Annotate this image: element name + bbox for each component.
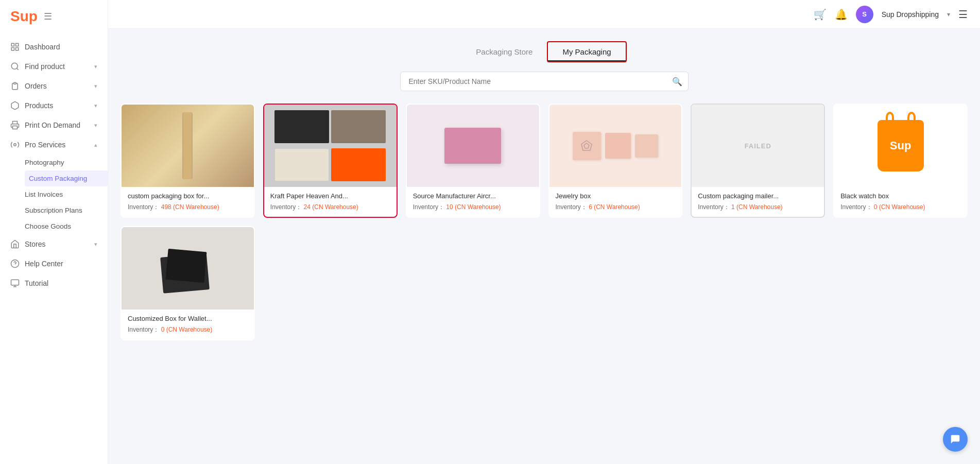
sidebar-item-dashboard[interactable]: Dashboard bbox=[0, 37, 108, 57]
sidebar-label-tutorial: Tutorial bbox=[25, 279, 48, 287]
product-inventory: Inventory： 24 (CN Warehouse) bbox=[270, 203, 390, 212]
product-grid: custom packaging box for... Inventory： 4… bbox=[121, 104, 968, 340]
inventory-label: Inventory： bbox=[128, 203, 159, 211]
product-image bbox=[264, 105, 397, 187]
tab-my-packaging[interactable]: My Packaging bbox=[547, 41, 626, 62]
chat-bubble[interactable] bbox=[943, 427, 968, 452]
svg-rect-15 bbox=[183, 112, 192, 179]
product-card[interactable]: Source Manufacturer Aircr... Inventory： … bbox=[406, 104, 540, 218]
search-icon: 🔍 bbox=[672, 77, 682, 87]
chevron-down-icon[interactable]: ▾ bbox=[947, 11, 950, 18]
inventory-label: Inventory： bbox=[413, 203, 444, 211]
product-image: Sup bbox=[834, 105, 967, 187]
product-name: custom packaging box for... bbox=[128, 192, 248, 200]
chevron-down-icon: ▾ bbox=[94, 122, 97, 129]
tutorial-icon bbox=[10, 279, 20, 288]
sidebar-label-dashboard: Dashboard bbox=[25, 43, 60, 51]
inventory-count: 498 (CN Warehouse) bbox=[161, 203, 219, 211]
product-card[interactable]: custom packaging box for... Inventory： 4… bbox=[121, 104, 255, 218]
sidebar-item-list-invoices[interactable]: List Invoices bbox=[25, 186, 108, 202]
sidebar-item-products[interactable]: Products ▾ bbox=[0, 96, 108, 115]
product-card[interactable]: Kraft Paper Heaven And... Inventory： 24 … bbox=[263, 104, 398, 218]
product-image bbox=[549, 105, 682, 187]
sidebar-item-print-on-demand[interactable]: Print On Demand ▾ bbox=[0, 115, 108, 135]
more-menu-icon[interactable]: ☰ bbox=[958, 8, 968, 21]
hamburger-icon[interactable]: ☰ bbox=[44, 11, 52, 22]
search-product-icon bbox=[10, 62, 20, 71]
orders-icon bbox=[10, 81, 20, 91]
product-name: Jewelry box bbox=[556, 192, 676, 200]
svg-rect-3 bbox=[16, 48, 19, 50]
sidebar-nav: Dashboard Find product ▾ Orders ▾ Produc… bbox=[0, 33, 108, 297]
sidebar-label-orders: Orders bbox=[25, 82, 47, 90]
product-inventory: Inventory： 0 (CN Warehouse) bbox=[840, 203, 960, 212]
chevron-down-icon: ▾ bbox=[94, 63, 97, 70]
cart-icon[interactable]: 🛒 bbox=[814, 8, 827, 21]
sidebar-item-stores[interactable]: Stores ▾ bbox=[0, 234, 108, 254]
sidebar-label-stores: Stores bbox=[25, 240, 45, 248]
svg-rect-6 bbox=[14, 82, 16, 84]
product-image: FAILED bbox=[692, 105, 824, 187]
product-info: custom packaging box for... Inventory： 4… bbox=[122, 187, 254, 217]
tabs-row: Packaging Store My Packaging bbox=[121, 41, 968, 62]
help-icon bbox=[10, 259, 20, 268]
product-inventory: Inventory： 1 (CN Warehouse) bbox=[698, 203, 818, 212]
product-card[interactable]: Sup Black watch box Inventory： 0 (CN War… bbox=[833, 104, 968, 218]
product-info: Kraft Paper Heaven And... Inventory： 24 … bbox=[264, 187, 397, 217]
svg-rect-11 bbox=[11, 280, 19, 285]
product-image bbox=[122, 105, 254, 187]
search-row: 🔍 bbox=[121, 72, 968, 91]
chevron-up-icon: ▴ bbox=[94, 142, 97, 148]
products-icon bbox=[10, 101, 20, 110]
svg-point-4 bbox=[11, 63, 18, 69]
product-card[interactable]: Jewelry box Inventory： 6 (CN Warehouse) bbox=[548, 104, 683, 218]
inventory-count: 6 (CN Warehouse) bbox=[589, 203, 640, 211]
chevron-down-icon: ▾ bbox=[94, 241, 97, 248]
stores-icon bbox=[10, 239, 20, 249]
user-name[interactable]: Sup Dropshipping bbox=[882, 10, 939, 19]
tab-packaging-store[interactable]: Packaging Store bbox=[461, 41, 547, 62]
product-name: Customized Box for Wallet... bbox=[128, 315, 248, 322]
product-card[interactable]: FAILED Custom packaging mailer... Invent… bbox=[691, 104, 825, 218]
product-name: Black watch box bbox=[840, 192, 960, 200]
product-inventory: Inventory： 498 (CN Warehouse) bbox=[128, 203, 248, 212]
sidebar-label-products: Products bbox=[25, 101, 53, 110]
sidebar-item-photography[interactable]: Photography bbox=[25, 154, 108, 170]
page-body: Packaging Store My Packaging 🔍 custom pa… bbox=[108, 29, 980, 464]
sidebar-item-tutorial[interactable]: Tutorial bbox=[0, 273, 108, 293]
print-icon bbox=[10, 121, 20, 130]
product-info: Black watch box Inventory： 0 (CN Warehou… bbox=[834, 187, 967, 217]
avatar: S bbox=[856, 6, 873, 23]
inventory-count: 0 (CN Warehouse) bbox=[161, 326, 213, 333]
inventory-label: Inventory： bbox=[128, 326, 159, 333]
sidebar-label-find-product: Find product bbox=[25, 62, 65, 71]
inventory-count: 10 (CN Warehouse) bbox=[446, 203, 501, 211]
bell-icon[interactable]: 🔔 bbox=[835, 8, 848, 21]
sidebar-item-pro-services[interactable]: Pro Services ▴ bbox=[0, 135, 108, 154]
sidebar-item-custom-packaging[interactable]: Custom Packaging bbox=[25, 170, 108, 186]
product-inventory: Inventory： 0 (CN Warehouse) bbox=[128, 325, 248, 334]
sidebar-item-orders[interactable]: Orders ▾ bbox=[0, 76, 108, 96]
product-card[interactable]: Customized Box for Wallet... Inventory： … bbox=[121, 226, 255, 340]
inventory-count: 1 (CN Warehouse) bbox=[731, 203, 783, 211]
svg-line-5 bbox=[16, 68, 18, 70]
sidebar-item-choose-goods[interactable]: Choose Goods bbox=[25, 218, 108, 234]
product-inventory: Inventory： 10 (CN Warehouse) bbox=[413, 203, 533, 212]
product-info: Customized Box for Wallet... Inventory： … bbox=[122, 310, 254, 339]
sidebar-item-subscription-plans[interactable]: Subscription Plans bbox=[25, 202, 108, 218]
sidebar-item-help-center[interactable]: Help Center bbox=[0, 254, 108, 273]
search-input[interactable] bbox=[400, 72, 689, 91]
chevron-down-icon: ▾ bbox=[94, 83, 97, 90]
inventory-label: Inventory： bbox=[556, 203, 587, 211]
svg-rect-1 bbox=[16, 43, 19, 46]
sidebar-label-print-on-demand: Print On Demand bbox=[25, 121, 80, 129]
product-name: Source Manufacturer Aircr... bbox=[413, 192, 533, 200]
sidebar-item-find-product[interactable]: Find product ▾ bbox=[0, 57, 108, 76]
product-name: Custom packaging mailer... bbox=[698, 192, 818, 200]
svg-point-8 bbox=[14, 144, 16, 146]
product-name: Kraft Paper Heaven And... bbox=[270, 192, 390, 200]
product-image bbox=[122, 227, 254, 310]
product-image bbox=[407, 105, 539, 187]
header: 🛒 🔔 S Sup Dropshipping ▾ ☰ bbox=[108, 0, 980, 29]
main-content: 🛒 🔔 S Sup Dropshipping ▾ ☰ Packaging Sto… bbox=[108, 0, 980, 464]
